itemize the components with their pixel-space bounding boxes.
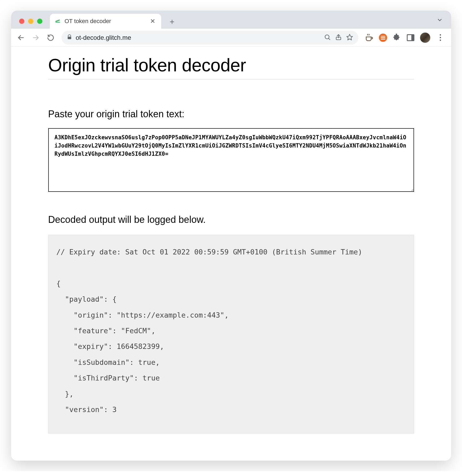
address-bar[interactable]: ot-decode.glitch.me <box>61 31 358 45</box>
window-minimize-button[interactable] <box>28 19 33 24</box>
window-controls <box>19 19 42 24</box>
search-icon[interactable] <box>324 34 331 42</box>
input-section-heading: Paste your origin trial token text: <box>48 109 414 120</box>
extension-coffee-icon[interactable] <box>365 33 374 42</box>
svg-rect-0 <box>55 22 60 23</box>
svg-line-6 <box>328 38 330 40</box>
page-title: Origin trial token decoder <box>48 55 414 75</box>
tab-title: OT token decoder <box>65 18 145 25</box>
window-zoom-button[interactable] <box>37 19 42 24</box>
share-icon[interactable] <box>335 34 342 42</box>
chrome-tabstrip: OT token decoder ✕ ＋ <box>11 11 451 47</box>
browser-window: OT token decoder ✕ ＋ <box>11 11 451 461</box>
svg-rect-1 <box>55 19 60 22</box>
window-close-button[interactable] <box>19 19 24 24</box>
token-textarea[interactable] <box>48 128 414 192</box>
tabs-dropdown-icon[interactable] <box>436 16 443 24</box>
omnibox-actions <box>324 34 353 42</box>
svg-rect-4 <box>68 37 71 39</box>
extensions-puzzle-icon[interactable] <box>392 33 401 42</box>
nav-forward-button[interactable] <box>29 31 42 44</box>
side-panel-icon[interactable] <box>406 33 415 42</box>
decoded-output: // Expiry date: Sat Oct 01 2022 00:59:59… <box>48 235 414 434</box>
tab-row: OT token decoder ✕ ＋ <box>11 13 451 29</box>
lock-icon <box>67 34 72 41</box>
page-content: Origin trial token decoder Paste your or… <box>11 47 451 461</box>
profile-avatar[interactable] <box>420 32 430 43</box>
extension-icons <box>365 32 446 43</box>
browser-tab[interactable]: OT token decoder ✕ <box>50 14 161 29</box>
new-tab-button[interactable]: ＋ <box>166 15 178 28</box>
tab-close-icon[interactable]: ✕ <box>149 17 156 25</box>
bookmark-star-icon[interactable] <box>346 34 353 42</box>
extension-orange-icon[interactable] <box>379 33 388 42</box>
url-text: ot-decode.glitch.me <box>76 34 131 41</box>
chrome-toolbar: ot-decode.glitch.me <box>11 29 451 47</box>
title-divider <box>48 79 414 79</box>
svg-rect-11 <box>411 34 414 41</box>
nav-reload-button[interactable] <box>44 31 57 44</box>
chrome-menu-icon[interactable] <box>435 34 446 41</box>
output-section-heading: Decoded output will be logged below. <box>48 214 414 225</box>
tab-favicon-icon <box>55 18 61 24</box>
nav-back-button[interactable] <box>14 31 28 44</box>
svg-marker-8 <box>347 34 353 40</box>
